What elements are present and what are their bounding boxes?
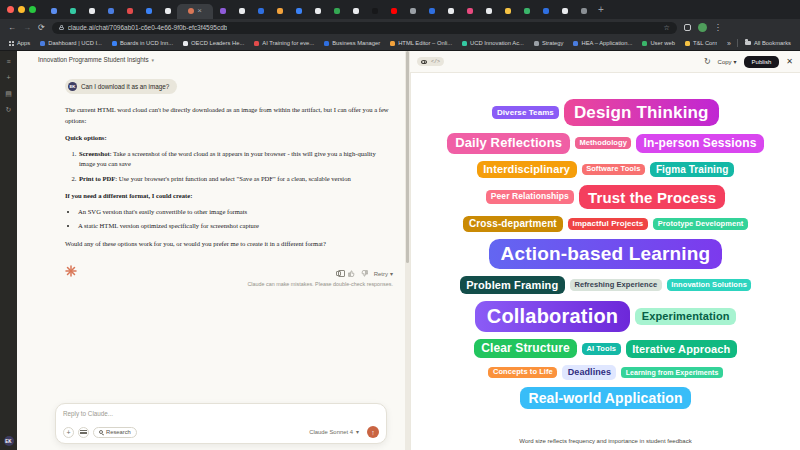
browser-tab-9[interactable]	[232, 4, 251, 19]
bookmark-item-10[interactable]: T&L Corner	[685, 40, 717, 46]
profile-avatar[interactable]	[698, 23, 707, 32]
claude-logo-icon	[65, 265, 77, 277]
send-button[interactable]: ↑	[367, 426, 379, 438]
bookmark-label: Dashboard | UCD I...	[48, 40, 102, 46]
bookmark-item-8[interactable]: HEA – Application...	[573, 40, 632, 46]
attach-plus-button[interactable]: +	[63, 427, 74, 438]
sidebar-menu-icon[interactable]: ≡	[6, 58, 10, 65]
browser-tab-10[interactable]	[251, 4, 270, 19]
browser-tab-25[interactable]	[536, 4, 555, 19]
close-icon[interactable]: ✕	[786, 58, 793, 66]
preview-eye-icon[interactable]	[421, 60, 427, 64]
thumbs-up-icon[interactable]	[348, 270, 355, 277]
extensions-icon[interactable]	[684, 24, 691, 31]
bookmark-item-2[interactable]: OECD Leaders He...	[183, 40, 244, 46]
browser-actions: ⋮	[684, 23, 722, 32]
browser-tab-6[interactable]	[158, 4, 177, 19]
chats-icon[interactable]: ▤	[5, 90, 12, 97]
browser-tab-12[interactable]	[289, 4, 308, 19]
tab-favicon	[562, 8, 568, 14]
minimize-window-button[interactable]	[18, 6, 25, 13]
browser-tab-22[interactable]	[479, 4, 498, 19]
word-cloud-row: InterdisciplinarySoftware ToolsFigma Tra…	[477, 161, 735, 178]
tab-favicon	[220, 8, 226, 14]
browser-tab-0[interactable]	[44, 4, 63, 19]
bookmark-item-5[interactable]: HTML Editor – Onli...	[390, 40, 452, 46]
browser-tab-16[interactable]	[365, 4, 384, 19]
bookmark-favicon	[324, 41, 329, 46]
address-bar[interactable]: claude.ai/chat/7096ab01-c6e0-4e66-9f0b-e…	[52, 22, 677, 34]
scrollbar-thumb[interactable]	[406, 51, 409, 263]
user-avatar-badge[interactable]: EK	[4, 436, 14, 446]
bookmark-item-7[interactable]: Strategy	[534, 40, 564, 46]
browser-tab-23[interactable]	[498, 4, 517, 19]
browser-tab-14[interactable]	[327, 4, 346, 19]
bookmark-item-6[interactable]: UCD Innovation Ac...	[462, 40, 524, 46]
tab-close-icon[interactable]: ×	[197, 7, 202, 15]
browser-tab-4[interactable]	[120, 4, 139, 19]
history-icon[interactable]: ↻	[6, 106, 12, 113]
bookmark-label: T&L Corner	[693, 40, 717, 46]
back-icon[interactable]: ←	[8, 24, 16, 32]
chat-title-bar[interactable]: Innovation Programme Student Insights ▾	[38, 56, 154, 63]
tab-favicon	[334, 8, 340, 14]
browser-tab-24[interactable]	[517, 4, 536, 19]
browser-tab-11[interactable]	[270, 4, 289, 19]
browser-menu-icon[interactable]: ⋮	[714, 24, 722, 32]
browser-tab-2[interactable]	[82, 4, 101, 19]
forward-icon[interactable]: →	[23, 24, 31, 32]
bookmark-apps[interactable]: Apps	[9, 40, 30, 46]
model-selector[interactable]: Claude Sonnet 4 ▾	[309, 429, 359, 435]
research-button[interactable]: Research	[93, 427, 137, 438]
reload-icon[interactable]: ⟳	[38, 24, 45, 32]
preview-code-toggle[interactable]: </>	[417, 57, 444, 66]
bookmark-favicon	[254, 41, 259, 46]
bookmarks-overflow-icon[interactable]: »	[727, 40, 730, 47]
code-toggle-icon[interactable]: </>	[431, 59, 440, 65]
word-methodology: Methodology	[575, 137, 631, 149]
bookmark-item-3[interactable]: AI Training for eve...	[254, 40, 314, 46]
numbered-options: Screenshot: Take a screenshot of the wor…	[78, 149, 393, 185]
browser-tab-5[interactable]	[139, 4, 158, 19]
bookmark-item-9[interactable]: User web	[642, 40, 674, 46]
copy-icon[interactable]	[335, 270, 342, 277]
browser-tab-1[interactable]	[63, 4, 82, 19]
close-window-button[interactable]	[7, 6, 14, 13]
claude-sidebar: ≡ + ▤ ↻ EK	[0, 51, 17, 450]
artifact-copy-button[interactable]: Copy ▾	[718, 58, 737, 65]
chat-scrollbar[interactable]	[405, 51, 410, 450]
browser-tab-17[interactable]	[384, 4, 403, 19]
refresh-icon[interactable]: ↻	[704, 58, 711, 66]
browser-tab-15[interactable]	[346, 4, 365, 19]
bookmark-item-1[interactable]: Boards in UCD Inn...	[112, 40, 173, 46]
thumbs-down-icon[interactable]	[361, 270, 368, 277]
bookmark-label: OECD Leaders He...	[191, 40, 244, 46]
browser-tab-21[interactable]	[460, 4, 479, 19]
browser-tab-8[interactable]	[213, 4, 232, 19]
bookmark-item-0[interactable]: Dashboard | UCD I...	[40, 40, 102, 46]
retry-button[interactable]: Retry ▾	[374, 270, 393, 277]
publish-button[interactable]: Publish	[744, 56, 780, 68]
tools-button[interactable]	[78, 427, 89, 438]
browser-tab-26[interactable]	[555, 4, 574, 19]
reply-input[interactable]: Reply to Claude...	[63, 410, 379, 417]
bookmark-item-4[interactable]: Business Manager	[324, 40, 380, 46]
browser-tab-19[interactable]	[422, 4, 441, 19]
reply-composer[interactable]: Reply to Claude... + Research Claude Son…	[55, 403, 387, 444]
window-controls[interactable]	[7, 6, 36, 13]
new-chat-icon[interactable]: +	[6, 74, 10, 81]
browser-tab-13[interactable]	[308, 4, 327, 19]
word-diverse-teams: Diverse Teams	[492, 106, 559, 119]
zoom-window-button[interactable]	[29, 6, 36, 13]
url-text[interactable]: claude.ai/chat/7096ab01-c6e0-4e66-9f0b-e…	[68, 24, 228, 31]
browser-tab-27[interactable]	[574, 4, 593, 19]
all-bookmarks-button[interactable]: All Bookmarks	[745, 40, 791, 46]
word-interdisciplinary: Interdisciplinary	[477, 161, 577, 178]
tab-claude-active[interactable]: ×	[177, 4, 213, 19]
browser-tab-3[interactable]	[101, 4, 120, 19]
bookmark-star-icon[interactable]: ☆	[663, 24, 669, 32]
browser-tab-20[interactable]	[441, 4, 460, 19]
word-figma-training: Figma Training	[650, 162, 735, 178]
new-tab-button[interactable]: +	[598, 5, 604, 15]
browser-tab-18[interactable]	[403, 4, 422, 19]
